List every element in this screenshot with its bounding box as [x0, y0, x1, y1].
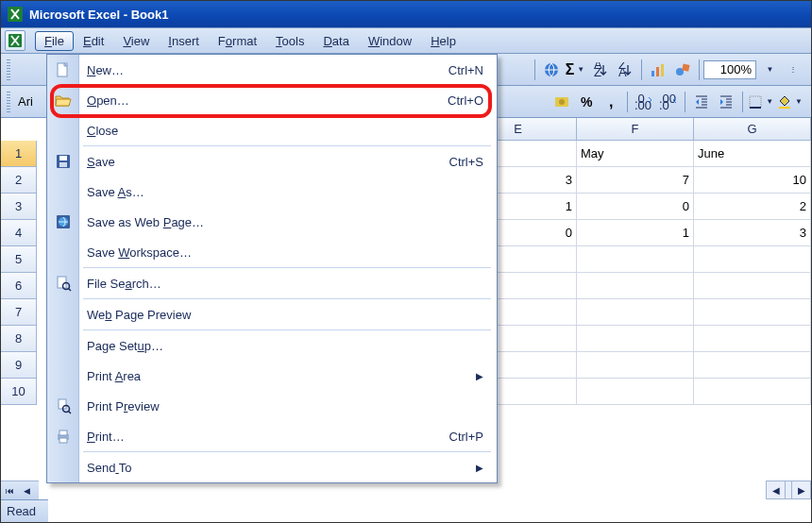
- row-header[interactable]: 10: [1, 379, 37, 405]
- cell[interactable]: [577, 352, 694, 379]
- menu-item-save-as[interactable]: Save As…: [47, 177, 497, 207]
- autosum-button[interactable]: Σ▼: [565, 59, 587, 81]
- cell[interactable]: 7: [577, 167, 694, 194]
- menu-item-label: Open…: [87, 93, 448, 108]
- cell[interactable]: May: [577, 141, 694, 167]
- cell[interactable]: [577, 299, 694, 326]
- cell[interactable]: [577, 379, 694, 405]
- menu-item-send-to[interactable]: Send To▶: [47, 452, 497, 482]
- status-bar: Read: [1, 499, 48, 522]
- cell[interactable]: 0: [577, 194, 694, 220]
- cell[interactable]: [694, 273, 811, 299]
- row-header[interactable]: 5: [1, 246, 37, 273]
- menu-bar: File Edit View Insert Format Tools Data …: [1, 27, 811, 54]
- row-header[interactable]: 3: [1, 194, 37, 220]
- menu-item-save[interactable]: SaveCtrl+S: [47, 146, 497, 177]
- menu-item-save-workspace[interactable]: Save Workspace…: [47, 237, 497, 267]
- cell[interactable]: 3: [694, 220, 811, 246]
- column-header[interactable]: F: [577, 118, 694, 141]
- row-header[interactable]: 7: [1, 299, 37, 326]
- borders-button[interactable]: ▼: [748, 91, 775, 113]
- cell[interactable]: 10: [694, 167, 811, 194]
- menu-help[interactable]: Help: [421, 31, 465, 51]
- percent-button[interactable]: %: [575, 91, 598, 113]
- zoom-dropdown-button[interactable]: ▼: [757, 59, 780, 81]
- menu-edit[interactable]: Edit: [74, 31, 113, 51]
- file-search-icon: [52, 272, 75, 295]
- tab-prev-button[interactable]: ◀: [18, 482, 35, 499]
- cell[interactable]: [694, 299, 811, 326]
- decrease-decimal-button[interactable]: .00.0: [657, 91, 680, 113]
- menu-item-label: Send To: [87, 461, 476, 475]
- menu-item-close[interactable]: Close: [47, 115, 497, 145]
- title-text: Microsoft Excel - Book1: [29, 8, 168, 22]
- menu-format[interactable]: Format: [209, 31, 266, 51]
- row-header[interactable]: 9: [1, 352, 37, 379]
- menu-item-label: Web Page Preview: [87, 308, 483, 322]
- menu-item-print-preview[interactable]: Print Preview: [47, 391, 497, 421]
- row-header[interactable]: 4: [1, 220, 37, 246]
- menu-tools[interactable]: Tools: [266, 31, 313, 51]
- menu-data[interactable]: Data: [313, 31, 358, 51]
- increase-decimal-button[interactable]: .0.00: [633, 91, 655, 113]
- cell[interactable]: June: [694, 141, 811, 167]
- row-header[interactable]: 8: [1, 326, 37, 352]
- row-header[interactable]: 6: [1, 273, 37, 299]
- toolbar-separator: [641, 59, 642, 80]
- cell[interactable]: 2: [694, 194, 811, 220]
- menu-item-page-setup[interactable]: Page Setup…: [47, 330, 497, 361]
- toolbar-grip[interactable]: [7, 59, 10, 80]
- cell[interactable]: [694, 379, 811, 405]
- menu-accelerator: Ctrl+P: [449, 430, 483, 444]
- font-name-combo[interactable]: Ari: [14, 94, 37, 109]
- cell[interactable]: 1: [577, 220, 694, 246]
- cell[interactable]: [694, 326, 811, 352]
- menu-item-save-as-web-page[interactable]: Save as Web Page…: [47, 207, 497, 237]
- workbook-icon[interactable]: [5, 30, 25, 51]
- menu-item-label: Print Preview: [87, 399, 483, 413]
- menu-item-print-area[interactable]: Print Area▶: [47, 361, 497, 391]
- hyperlink-button[interactable]: [540, 59, 563, 81]
- menu-accelerator: Ctrl+S: [449, 155, 483, 169]
- scroll-right-button[interactable]: ▶: [791, 481, 810, 498]
- sort-asc-button[interactable]: AZ: [589, 59, 612, 81]
- toolbar-separator: [685, 92, 685, 112]
- tab-first-button[interactable]: ⏮: [1, 482, 18, 499]
- svg-rect-9: [661, 64, 664, 76]
- cell[interactable]: [577, 246, 694, 273]
- toolbar-grip[interactable]: [7, 92, 10, 112]
- sort-desc-button[interactable]: ZA: [614, 59, 636, 81]
- currency-button[interactable]: [550, 91, 573, 113]
- menu-item-label: Close: [87, 124, 483, 138]
- menu-item-web-page-preview[interactable]: Web Page Preview: [47, 299, 497, 329]
- horizontal-scrollbar[interactable]: ◀ ▶: [766, 481, 811, 499]
- scroll-left-button[interactable]: ◀: [767, 481, 786, 498]
- comma-button[interactable]: ,: [600, 91, 622, 113]
- drawing-button[interactable]: [671, 59, 694, 81]
- column-header[interactable]: G: [694, 118, 811, 141]
- cell[interactable]: [577, 273, 694, 299]
- svg-rect-8: [656, 67, 659, 76]
- menu-window[interactable]: Window: [359, 31, 421, 51]
- menu-file[interactable]: File: [35, 31, 74, 51]
- menu-item-new[interactable]: New…Ctrl+N: [47, 55, 497, 85]
- chart-wizard-button[interactable]: [647, 59, 669, 81]
- decrease-indent-button[interactable]: [690, 91, 713, 113]
- row-header[interactable]: 1: [1, 141, 37, 167]
- svg-rect-7: [651, 71, 654, 76]
- menu-item-file-search[interactable]: File Search…: [47, 268, 497, 298]
- cell[interactable]: [577, 326, 694, 352]
- cell[interactable]: [694, 352, 811, 379]
- menu-insert[interactable]: Insert: [159, 31, 209, 51]
- menu-item-print[interactable]: Print…Ctrl+P: [47, 421, 497, 451]
- menu-item-open[interactable]: Open…Ctrl+O: [47, 85, 497, 115]
- row-header[interactable]: 2: [1, 167, 37, 194]
- open-folder-icon: [52, 89, 75, 111]
- zoom-combo[interactable]: 100%: [703, 60, 756, 79]
- menu-view[interactable]: View: [113, 31, 159, 51]
- excel-app-icon: [7, 6, 24, 23]
- cell[interactable]: [694, 246, 811, 273]
- increase-indent-button[interactable]: [715, 91, 737, 113]
- toolbar-options-button[interactable]: ⋮: [782, 59, 804, 81]
- fill-color-button[interactable]: ▼: [777, 91, 804, 113]
